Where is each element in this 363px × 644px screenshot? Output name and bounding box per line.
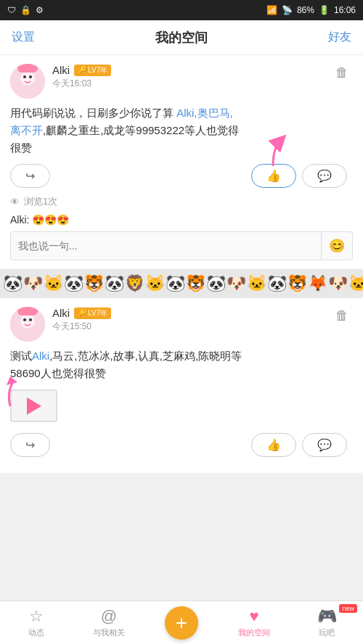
emoji-strip-item: 🐼 <box>166 274 185 293</box>
mention3: Alki <box>32 350 49 362</box>
views-row-1: 👁 浏览1次 <box>10 195 353 208</box>
emoji-picker-button-1[interactable]: 😊 <box>321 232 352 260</box>
post-content-1: 用代码刷说说，日刷多少你说了算 Alki,奥巴马, 离不开,麒麟之重生,成龙等9… <box>10 104 353 157</box>
feed-icon: ☆ <box>29 607 44 626</box>
header: 设置 我的空间 好友 <box>0 20 363 55</box>
emoji-strip-item: 🐼 <box>105 274 124 293</box>
new-badge: new <box>339 604 357 613</box>
user-info-2: Alki 🔑LV7年 今天15:50 <box>52 307 331 333</box>
svg-point-8 <box>23 318 26 321</box>
user-info-1: Alki 🔑LV7年 今天16:03 <box>52 64 331 90</box>
emoji-strip-item: 🐼 <box>267 274 287 293</box>
friends-button[interactable]: 好友 <box>328 30 351 45</box>
games-icon: 🎮 <box>317 607 337 626</box>
svg-point-3 <box>29 75 32 78</box>
myspace-label: 我的空间 <box>238 627 270 638</box>
comments-row-1: Alki: 😍😍😍 <box>10 214 353 226</box>
svg-point-7 <box>20 314 35 329</box>
games-label: 玩吧 <box>319 627 335 638</box>
emoji-strip-item: 🐯 <box>84 274 104 293</box>
settings-status-icon: ⚙ <box>36 5 44 15</box>
at-icon: @ <box>101 607 117 626</box>
emoji-strip-item: 🐯 <box>186 274 205 293</box>
emoji-strip-item: 🐶 <box>23 274 43 293</box>
nav-item-games[interactable]: 🎮 玩吧 new <box>290 601 363 644</box>
avatar-2 <box>10 307 45 342</box>
emoji-strip-item: 🐱 <box>145 274 165 293</box>
action-row-1: ↪ 👍 💬 <box>10 164 353 188</box>
pink-arrow-icon <box>258 133 287 170</box>
level-badge-2: 🔑LV7年 <box>74 307 111 319</box>
settings-button[interactable]: 设置 <box>12 30 35 45</box>
emoji-strip-item: 🐼 <box>206 274 226 293</box>
emoji-strip-item: 🐱 <box>348 274 363 293</box>
like-button-2[interactable]: 👍 <box>251 433 296 457</box>
content-area: Alki 🔑LV7年 今天16:03 🗑 用代码刷说说，日刷多少你说了算 Alk… <box>0 55 363 600</box>
lock-icon: 🔒 <box>20 5 31 15</box>
play-arrow-icon <box>3 373 43 410</box>
level-badge-1: 🔑LV7年 <box>74 65 111 76</box>
action-row-2: ↪ 👍 💬 <box>10 433 353 457</box>
delete-button-1[interactable]: 🗑 <box>331 64 353 82</box>
status-icons: 🛡 🔒 ⚙ <box>7 5 44 15</box>
svg-point-2 <box>23 75 26 78</box>
wifi-icon: 📶 <box>266 5 277 15</box>
svg-rect-4 <box>17 64 38 73</box>
emoji-strip-item: 🦁 <box>125 274 144 293</box>
nav-item-feed[interactable]: ☆ 动态 <box>0 601 73 644</box>
svg-rect-10 <box>17 307 38 315</box>
commenter-name: Alki: <box>10 214 32 226</box>
mention2: 离不开 <box>10 124 43 136</box>
bottom-nav: ☆ 动态 @ 与我相关 + ♥ 我的空间 🎮 玩吧 new <box>0 600 363 644</box>
play-section <box>10 389 353 426</box>
emoji-strip: 🐼 🐶 🐱 🐼 🐯 🐼 🦁 🐱 🐼 🐯 🐼 🐶 🐱 🐼 🐯 🦊 🐶 🐱 🐼 🐯 <box>0 269 363 298</box>
comment-emojis: 😍😍😍 <box>32 214 69 226</box>
comment-button-1[interactable]: 💬 <box>302 164 347 188</box>
avatar-1 <box>10 64 45 99</box>
signal-icon: 📡 <box>282 5 293 15</box>
username-2: Alki <box>52 307 70 319</box>
delete-button-2[interactable]: 🗑 <box>331 307 353 325</box>
emoji-strip-item: 🦊 <box>308 274 327 293</box>
emoji-strip-item: 🐯 <box>287 274 307 293</box>
comment-input-row-1: 😊 <box>10 231 353 260</box>
emoji-strip-item: 🐶 <box>328 274 348 293</box>
eye-icon: 👁 <box>10 197 20 207</box>
status-right: 📶 📡 86% 🔋 16:06 <box>266 5 356 15</box>
nav-center: + <box>145 606 218 640</box>
battery-label: 86% <box>297 5 314 15</box>
page-title: 我的空间 <box>155 29 208 46</box>
emoji-strip-item: 🐶 <box>227 274 246 293</box>
myspace-icon: ♥ <box>249 607 258 626</box>
nav-item-mentions[interactable]: @ 与我相关 <box>73 601 145 644</box>
post-content-2: 测试Alki,马云,范冰冰,故事,认真,芝麻鸡,陈晓明等58690人也觉得很赞 <box>10 347 353 382</box>
feed-label: 动态 <box>28 627 44 638</box>
svg-point-1 <box>20 71 35 86</box>
shield-icon: 🛡 <box>7 5 16 15</box>
post-card-1: Alki 🔑LV7年 今天16:03 🗑 用代码刷说说，日刷多少你说了算 Alk… <box>0 55 363 269</box>
emoji-strip-item: 🐱 <box>44 274 63 293</box>
username-1: Alki <box>52 64 70 76</box>
svg-point-9 <box>29 318 32 321</box>
timestamp-1: 今天16:03 <box>52 78 331 90</box>
battery-icon: 🔋 <box>319 5 330 15</box>
add-button[interactable]: + <box>165 606 198 640</box>
status-bar: 🛡 🔒 ⚙ 📶 📡 86% 🔋 16:06 <box>0 0 363 20</box>
comment-button-2[interactable]: 💬 <box>302 433 347 457</box>
post-card-2: Alki 🔑LV7年 今天15:50 🗑 测试Alki,马云,范冰冰,故事,认真… <box>0 298 363 473</box>
emoji-strip-item: 🐼 <box>64 274 83 293</box>
views-label: 浏览1次 <box>24 195 57 208</box>
emoji-strip-item: 🐱 <box>247 274 266 293</box>
emoji-strip-item: 🐼 <box>3 274 23 293</box>
timestamp-2: 今天15:50 <box>52 321 331 333</box>
comment-input-1[interactable] <box>11 234 321 257</box>
share-button-2[interactable]: ↪ <box>10 433 50 457</box>
post-header-1: Alki 🔑LV7年 今天16:03 🗑 <box>10 64 353 99</box>
mention: Alki,奥巴马, <box>176 107 233 119</box>
mentions-label: 与我相关 <box>93 627 125 638</box>
post-header-2: Alki 🔑LV7年 今天15:50 🗑 <box>10 307 353 342</box>
time-label: 16:06 <box>334 5 356 15</box>
nav-item-myspace[interactable]: ♥ 我的空间 <box>218 601 290 644</box>
share-button-1[interactable]: ↪ <box>10 164 50 188</box>
play-area <box>10 389 61 426</box>
